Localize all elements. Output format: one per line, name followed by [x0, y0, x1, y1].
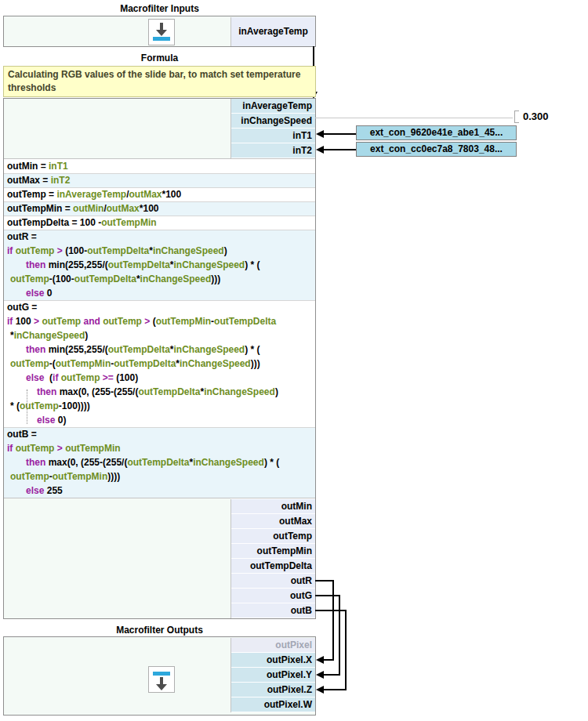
formula-line: if 100 > outTemp and outTemp > (outTempM… — [4, 314, 315, 328]
arrow-head — [156, 30, 167, 36]
wire-segment[interactable] — [323, 689, 347, 690]
arrowhead-left-icon — [316, 686, 324, 694]
formula-line: outTemp-(100-outTempDelta*inChangeSpeed)… — [4, 272, 315, 286]
formula-input-port-inAverageTemp[interactable]: inAverageTemp — [231, 99, 315, 114]
external-connection-inT2[interactable]: ext_con_cc0ec7a8_7803_48... — [356, 142, 517, 157]
formula-header-area — [4, 99, 230, 158]
macrofilter-canvas: Macrofilter Inputs inAverageTemp Formula… — [0, 0, 588, 721]
port-outPixel.W[interactable]: outPixel.W — [231, 697, 315, 712]
arrowhead-left-icon — [316, 130, 324, 138]
formula-row-outB[interactable]: outB =if outTemp > outTempMinthen max(0,… — [4, 427, 315, 498]
formula-line: outR = — [4, 230, 315, 244]
formula-line: outTempDelta = 100 -outTempMin — [4, 216, 315, 230]
formula-line: else 0 — [4, 286, 315, 300]
formula-line: then min(255,255/(outTempDelta*inChangeS… — [4, 258, 315, 272]
arrowhead-left-icon — [316, 656, 324, 664]
port-outPixel.X[interactable]: outPixel.X — [231, 653, 315, 668]
wire-segment[interactable] — [315, 610, 347, 611]
formula-line: outTempMin = outMin/outMax*100 — [4, 201, 315, 216]
outputs-block-title: Macrofilter Outputs — [3, 625, 316, 636]
port-outPixel.Z[interactable]: outPixel.Z — [231, 683, 315, 697]
formula-output-port-outR[interactable]: outR — [231, 574, 315, 589]
formula-input-port-inT2[interactable]: inT2 — [231, 143, 315, 158]
wire-segment[interactable] — [345, 610, 347, 690]
formula-output-port-outMin[interactable]: outMin — [231, 499, 315, 514]
formula-line: outTemp = inAverageTemp/outMax*100 — [4, 187, 315, 201]
formula-line: then max(0, (255-(255/(outTempDelta*inCh… — [4, 455, 315, 469]
blue-bar — [153, 672, 170, 676]
formula-comment[interactable]: Calculating RGB values of the slide bar,… — [3, 66, 316, 97]
macrofilter-output-icon — [148, 666, 175, 693]
arrowhead-left-icon — [316, 146, 324, 154]
formula-line: * (outTemp-100)))) — [4, 399, 315, 413]
arrow-shaft — [160, 23, 163, 30]
formula-footer-area — [4, 498, 230, 618]
formula-input-ports: inAverageTempinChangeSpeedinT1inT2 — [230, 99, 315, 158]
inputs-block-title: Macrofilter Inputs — [3, 3, 316, 14]
formula-line: *inChangeSpeed) — [4, 328, 315, 342]
port-outPixel[interactable]: outPixel — [231, 638, 315, 653]
formula-row-outMin[interactable]: outMin = inT1 — [4, 159, 315, 173]
constant-link-line — [315, 118, 513, 118]
macrofilter-input-icon — [148, 19, 175, 45]
formula-row-outTemp[interactable]: outTemp = inAverageTemp/outMax*100 — [4, 187, 315, 201]
constant-bracket — [514, 111, 519, 123]
formula-code: outMin = inT1outMax = inT2outTemp = inAv… — [4, 159, 315, 498]
formula-line: else 0) — [4, 413, 315, 427]
formula-line: then min(255,255/(outTempDelta*inChangeS… — [4, 342, 315, 357]
formula-row-outR[interactable]: outR =if outTemp > (100-outTempDelta*inC… — [4, 230, 315, 300]
arrowhead-left-icon — [316, 671, 324, 679]
formula-input-port-inChangeSpeed[interactable]: inChangeSpeed — [231, 114, 315, 129]
port-outPixel.Y[interactable]: outPixel.Y — [231, 668, 315, 683]
wire-segment[interactable] — [323, 659, 334, 661]
blue-bar — [153, 37, 170, 41]
wire-segment[interactable] — [332, 580, 334, 661]
macrofilter-outputs-block[interactable]: outPixeloutPixel.XoutPixel.YoutPixel.Zou… — [3, 636, 316, 716]
formula-title: Formula — [3, 53, 316, 63]
formula-row-outTempMin[interactable]: outTempMin = outMin/outMax*100 — [4, 201, 315, 216]
wire-segment[interactable] — [323, 133, 356, 135]
wire-segment[interactable] — [323, 149, 356, 150]
arrow-shaft — [160, 677, 163, 684]
external-connection-inT1[interactable]: ext_con_9620e41e_abe1_45... — [356, 125, 517, 140]
formula-line: if outTemp > outTempMin — [4, 441, 315, 455]
formula-line: outMin = inT1 — [4, 159, 315, 173]
formula-block[interactable]: inAverageTempinChangeSpeedinT1inT2 outMi… — [3, 98, 316, 619]
formula-line: else (if outTemp >= (100) — [4, 371, 315, 385]
formula-line: outMax = inT2 — [4, 173, 315, 187]
formula-output-port-outMax[interactable]: outMax — [231, 514, 315, 529]
port-inAverageTemp[interactable]: inAverageTemp — [230, 17, 315, 46]
arrow-head — [156, 684, 167, 690]
formula-line: then max(0, (255-(255/(outTempDelta*inCh… — [4, 385, 315, 399]
formula-row-outTempDelta[interactable]: outTempDelta = 100 -outTempMin — [4, 216, 315, 230]
formula-output-port-outTempMin[interactable]: outTempMin — [231, 544, 315, 559]
wire-segment[interactable] — [323, 674, 340, 676]
formula-output-port-outTempDelta[interactable]: outTempDelta — [231, 559, 315, 574]
constant-value[interactable]: 0.300 — [523, 111, 549, 123]
wire-segment[interactable] — [315, 580, 334, 582]
formula-output-port-outTemp[interactable]: outTemp — [231, 529, 315, 544]
formula-input-port-inT1[interactable]: inT1 — [231, 129, 315, 143]
formula-output-port-outG[interactable]: outG — [231, 589, 315, 603]
outputs-ports: outPixeloutPixel.XoutPixel.YoutPixel.Zou… — [230, 638, 315, 712]
formula-line: outTemp-outTempMin)))) — [4, 469, 315, 484]
formula-line: else 255 — [4, 484, 315, 498]
wire-segment[interactable] — [339, 595, 340, 676]
formula-line: outTemp-(outTempMin-outTempDelta*inChang… — [4, 357, 315, 371]
formula-output-port-outB[interactable]: outB — [231, 603, 315, 618]
formula-output-ports: outMinoutMaxoutTempoutTempMinoutTempDelt… — [230, 499, 315, 618]
wire-segment[interactable] — [315, 595, 340, 596]
macrofilter-inputs-block[interactable]: inAverageTemp — [3, 16, 316, 47]
formula-line: outB = — [4, 427, 315, 441]
formula-row-outMax[interactable]: outMax = inT2 — [4, 173, 315, 187]
formula-row-outG[interactable]: outG =if 100 > outTemp and outTemp > (ou… — [4, 300, 315, 427]
formula-line: outG = — [4, 300, 315, 314]
formula-line: if outTemp > (100-outTempDelta*inChangeS… — [4, 244, 315, 258]
